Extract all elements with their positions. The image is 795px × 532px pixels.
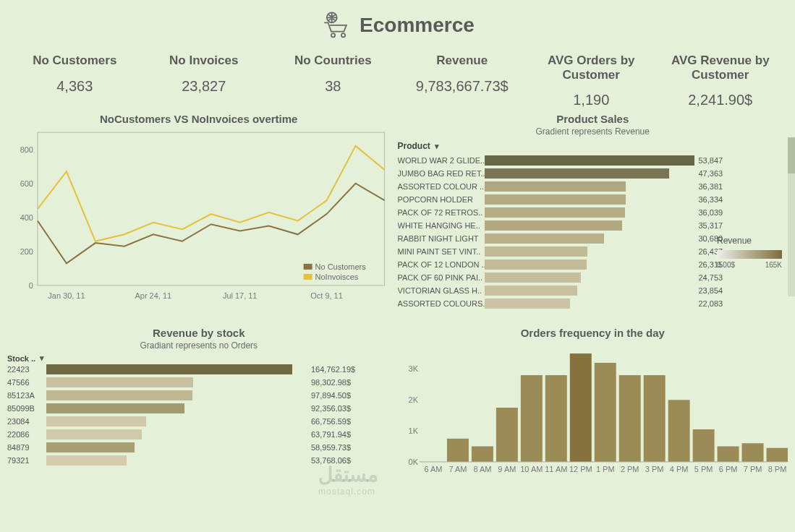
stock-code: 84879	[7, 443, 46, 452]
scrollbar[interactable]	[788, 137, 795, 296]
product-value: 36,381	[699, 182, 723, 191]
svg-text:6 AM: 6 AM	[424, 465, 442, 473]
svg-text:2K: 2K	[408, 395, 418, 404]
sort-desc-icon[interactable]: ▾	[435, 142, 439, 151]
svg-text:400: 400	[20, 213, 33, 222]
product-name: VICTORIAN GLASS H..	[398, 286, 485, 295]
product-value: 35,317	[699, 221, 723, 230]
product-bar	[485, 259, 694, 270]
revenue-gradient-legend: Revenue 0.00$ 165K	[717, 236, 789, 269]
svg-text:7 PM: 7 PM	[743, 465, 762, 473]
stock-row[interactable]: 84879 58,959.73$	[7, 441, 391, 454]
svg-rect-13	[304, 264, 313, 270]
stock-value: 92,356.03$	[311, 404, 351, 413]
kpi-value: 1,190	[527, 92, 656, 108]
product-bar	[485, 299, 694, 309]
product-row[interactable]: JUMBO BAG RED RET.. 47,363	[398, 167, 788, 180]
product-name: PACK OF 72 RETROS..	[398, 208, 485, 217]
stock-row[interactable]: 85099B 92,356.03$	[7, 402, 391, 415]
kpi-label: Revenue	[398, 53, 527, 68]
frequency-bar[interactable]	[471, 447, 493, 462]
svg-text:8 AM: 8 AM	[473, 465, 491, 473]
sort-desc-icon[interactable]: ▾	[40, 353, 44, 363]
stock-column-label: Stock ..	[7, 354, 35, 363]
product-row[interactable]: WHITE HANGING HE.. 35,317	[398, 219, 788, 232]
product-row[interactable]: PACK OF 72 RETROS.. 36,039	[398, 206, 788, 219]
svg-text:2 PM: 2 PM	[620, 465, 639, 473]
frequency-bar[interactable]	[446, 439, 468, 462]
frequency-bar[interactable]	[618, 375, 640, 462]
product-value: 24,753	[699, 273, 723, 282]
kpi-row: No Customers4,363No Invoices23,827No Cou…	[0, 48, 795, 113]
stock-column-header[interactable]: Stock .. ▾	[7, 353, 391, 363]
stock-row[interactable]: 47566 98,302.98$	[7, 376, 391, 389]
product-row[interactable]: WORLD WAR 2 GLIDE.. 53,847	[398, 154, 788, 167]
scroll-thumb[interactable]	[788, 137, 795, 173]
product-column-header[interactable]: Product ▾	[398, 140, 788, 154]
kpi-value: 4,363	[10, 78, 140, 95]
stock-code: 85099B	[7, 404, 46, 413]
legend-customers: No Customers	[315, 262, 367, 271]
line-chart-panel: NoCustomers VS NoInvoices overtime 02004…	[7, 113, 391, 322]
legend-min: 0.00$	[717, 261, 735, 269]
frequency-bar[interactable]	[496, 408, 517, 462]
orders-frequency-chart[interactable]: 0K1K2K3K 6 AM7 AM8 AM9 AM10 AM11 AM12 PM…	[398, 340, 788, 478]
svg-text:3K: 3K	[408, 365, 418, 374]
frequency-bar[interactable]	[520, 375, 542, 462]
frequency-bar[interactable]	[692, 429, 714, 462]
product-bar	[485, 233, 694, 244]
gradient-bar	[717, 250, 782, 259]
stock-bar	[46, 390, 307, 400]
stock-bar	[46, 416, 307, 426]
stock-code: 22423	[7, 365, 46, 374]
kpi-card: AVG Orders by Customer1,190	[527, 53, 656, 108]
frequency-bar[interactable]	[643, 375, 665, 462]
svg-text:800: 800	[20, 145, 33, 154]
kpi-card: No Invoices23,827	[140, 53, 269, 108]
stock-row[interactable]: 22423 164,762.19$	[7, 363, 391, 376]
svg-text:0: 0	[29, 281, 33, 290]
product-row[interactable]: POPCORN HOLDER 36,334	[398, 193, 788, 206]
stock-row[interactable]: 79321 53,768.06$	[7, 454, 391, 467]
revenue-by-stock-panel: Revenue by stock Gradiant represents no …	[7, 327, 391, 471]
product-name: MINI PAINT SET VINT..	[398, 247, 485, 256]
stock-bar	[46, 377, 307, 387]
product-name: ASSORTED COLOURS..	[398, 299, 485, 308]
kpi-card: No Countries38	[268, 53, 398, 108]
product-row[interactable]: ASSORTED COLOURS.. 22,083	[398, 297, 788, 310]
frequency-bar[interactable]	[766, 448, 788, 462]
frequency-bar[interactable]	[717, 447, 739, 462]
product-sales-title: Product Sales	[398, 113, 788, 125]
line-chart[interactable]: 0200400600800 Jan 30, 11Apr 24, 11Jul 17…	[7, 126, 391, 314]
frequency-bar[interactable]	[569, 353, 591, 462]
kpi-value: 38	[268, 78, 398, 95]
svg-rect-14	[304, 274, 313, 280]
cart-globe-icon	[320, 9, 351, 42]
revenue-stock-list: 22423 164,762.19$47566 98,302.98$85123A …	[7, 363, 391, 467]
product-row[interactable]: ASSORTED COLOUR .. 36,381	[398, 180, 788, 193]
stock-bar	[46, 455, 307, 466]
frequency-bar[interactable]	[741, 443, 763, 462]
frequency-bar[interactable]	[668, 400, 689, 462]
svg-text:Oct 9, 11: Oct 9, 11	[310, 291, 343, 300]
svg-text:6 PM: 6 PM	[718, 465, 737, 473]
stock-row[interactable]: 22086 63,791.94$	[7, 428, 391, 441]
svg-text:7 AM: 7 AM	[448, 465, 467, 473]
frequency-bar[interactable]	[545, 375, 566, 462]
watermark-sub: mostaql.com	[318, 486, 378, 497]
kpi-label: AVG Revenue by Customer	[656, 53, 786, 82]
product-row[interactable]: VICTORIAN GLASS H.. 23,854	[398, 284, 788, 297]
stock-value: 63,791.94$	[311, 430, 351, 439]
frequency-bar[interactable]	[594, 363, 616, 462]
svg-text:200: 200	[20, 247, 33, 256]
stock-row[interactable]: 23084 66,756.59$	[7, 415, 391, 428]
svg-text:8 PM: 8 PM	[768, 465, 786, 473]
stock-row[interactable]: 85123A 97,894.50$	[7, 389, 391, 402]
stock-bar	[46, 364, 307, 374]
product-name: ASSORTED COLOUR ..	[398, 182, 485, 191]
product-row[interactable]: PACK OF 60 PINK PAI.. 24,753	[398, 271, 788, 284]
svg-point-2	[341, 33, 345, 37]
page-title: Ecommerce	[360, 14, 475, 37]
product-name: RABBIT NIGHT LIGHT	[398, 234, 485, 243]
product-name: POPCORN HOLDER	[398, 195, 485, 204]
